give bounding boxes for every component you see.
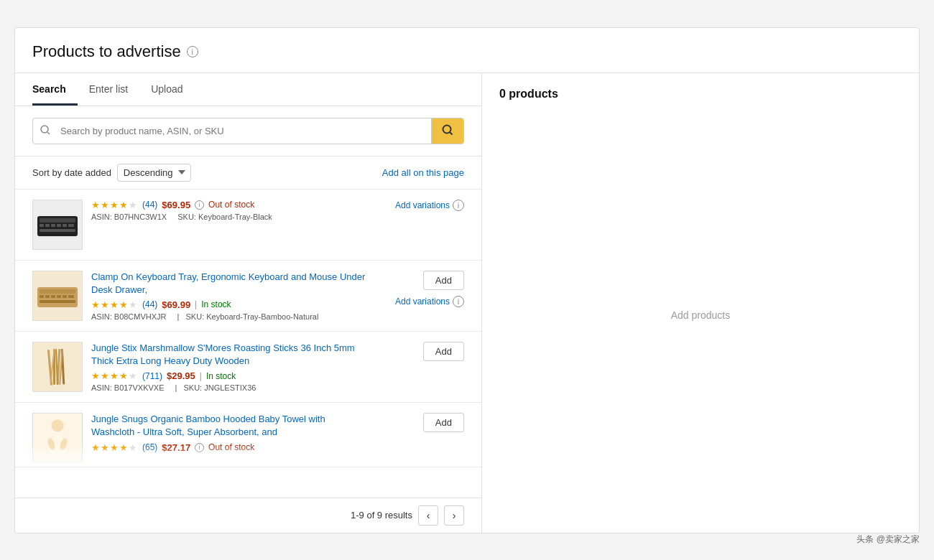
sort-row: Sort by date added Descending Ascending … xyxy=(15,157,481,190)
add-variations-link[interactable]: Add variations i xyxy=(395,296,464,307)
search-input[interactable] xyxy=(57,120,431,142)
stock-info-icon[interactable]: i xyxy=(195,200,204,210)
sku-value: Keyboard-Tray-Bamboo-Natural xyxy=(206,312,318,321)
sku-value: Keyboard-Tray-Black xyxy=(198,213,272,221)
product-meta: ★★★★★ (44) $69.95 i Out of stock xyxy=(91,200,369,210)
asin-value: B017VXKVXE xyxy=(114,383,165,392)
product-list: ★★★★★ (44) $69.95 i Out of stock ASIN: B… xyxy=(15,190,481,498)
star-rating: ★★★★★ xyxy=(91,200,138,210)
add-section: Add xyxy=(378,342,464,361)
main-container: Products to advertise i Search Enter lis… xyxy=(14,27,920,533)
sku-label: SKU: Keyboard-Tray-Black xyxy=(177,213,277,221)
sort-label: Sort by date added xyxy=(32,167,111,178)
add-all-link[interactable]: Add all on this page xyxy=(382,167,464,178)
product-ids: ASIN: B017VXKVXE | SKU: JNGLESTIX36 xyxy=(91,383,369,392)
svg-rect-15 xyxy=(40,295,44,298)
svg-point-2 xyxy=(443,125,451,133)
pagination-prev-button[interactable]: ‹ xyxy=(418,505,438,526)
review-count[interactable]: (44) xyxy=(142,299,157,309)
table-row: Jungle Snugs Organic Bamboo Hooded Baby … xyxy=(15,403,481,467)
add-section: Add variations i xyxy=(378,200,464,211)
asin-label: ASIN: B08CMVHXJR xyxy=(91,312,171,321)
svg-rect-19 xyxy=(63,295,67,298)
star-rating: ★★★★★ xyxy=(91,299,138,310)
add-variations-info-icon[interactable]: i xyxy=(453,200,464,211)
product-name[interactable]: Clamp On Keyboard Tray, Ergonomic Keyboa… xyxy=(91,271,369,297)
watermark: 头条 @卖家之家 xyxy=(856,533,920,546)
stock-status: Out of stock xyxy=(208,200,254,210)
main-layout: Search Enter list Upload xyxy=(15,73,919,533)
tab-enter-list[interactable]: Enter list xyxy=(89,73,139,106)
svg-rect-14 xyxy=(40,289,75,294)
svg-rect-7 xyxy=(45,224,50,227)
search-button[interactable] xyxy=(431,118,463,144)
svg-line-1 xyxy=(47,132,50,134)
add-variations-info-icon[interactable]: i xyxy=(453,296,464,307)
price: $69.95 xyxy=(162,200,190,210)
product-info: Jungle Stix Marshmallow S'Mores Roasting… xyxy=(91,342,369,392)
price: $69.99 xyxy=(162,299,190,310)
sku-value: JNGLESTIX36 xyxy=(204,383,256,392)
table-row: Jungle Stix Marshmallow S'Mores Roasting… xyxy=(15,332,481,403)
stock-status: In stock xyxy=(201,299,231,309)
right-panel-title: 0 products xyxy=(499,88,558,101)
add-button[interactable]: Add xyxy=(423,342,464,361)
svg-rect-6 xyxy=(40,224,44,227)
page-header: Products to advertise i xyxy=(15,28,919,73)
product-info: Clamp On Keyboard Tray, Ergonomic Keyboa… xyxy=(91,271,369,321)
add-products-label: Add products xyxy=(671,309,731,321)
tab-search[interactable]: Search xyxy=(32,73,78,106)
svg-point-29 xyxy=(51,420,63,432)
svg-rect-20 xyxy=(68,295,74,298)
star-rating: ★★★★★ xyxy=(91,370,138,381)
product-name[interactable]: Jungle Stix Marshmallow S'Mores Roasting… xyxy=(91,342,369,368)
product-name[interactable]: Jungle Snugs Organic Bamboo Hooded Baby … xyxy=(91,413,369,439)
product-image xyxy=(32,413,83,463)
price: $27.17 xyxy=(162,442,190,453)
review-count[interactable]: (711) xyxy=(142,371,162,381)
add-variations-label: Add variations xyxy=(395,297,450,307)
tabs-bar: Search Enter list Upload xyxy=(15,73,481,106)
stock-status: Out of stock xyxy=(208,442,254,452)
product-ids: ASIN: B07HNC3W1X SKU: Keyboard-Tray-Blac… xyxy=(91,213,369,221)
page-title: Products to advertise xyxy=(32,42,181,61)
star-rating: ★★★★★ xyxy=(91,442,138,453)
product-meta: ★★★★★ (65) $27.17 i Out of stock xyxy=(91,442,369,453)
product-image xyxy=(32,271,83,321)
right-panel: 0 products Add products xyxy=(482,73,919,533)
pipe-sep: | xyxy=(177,312,180,321)
svg-rect-12 xyxy=(40,229,75,232)
svg-rect-11 xyxy=(68,224,74,227)
stock-status: In stock xyxy=(206,371,236,381)
table-row: Clamp On Keyboard Tray, Ergonomic Keyboa… xyxy=(15,261,481,332)
svg-rect-8 xyxy=(51,224,55,227)
pagination-next-button[interactable]: › xyxy=(444,505,464,526)
add-button[interactable]: Add xyxy=(423,413,464,432)
add-button[interactable]: Add xyxy=(423,271,464,290)
svg-rect-21 xyxy=(40,300,75,303)
stock-info-icon2[interactable]: i xyxy=(195,443,204,452)
review-count[interactable]: (44) xyxy=(142,200,157,210)
search-section xyxy=(15,106,481,157)
product-info: Jungle Snugs Organic Bamboo Hooded Baby … xyxy=(91,413,369,454)
svg-rect-10 xyxy=(63,224,67,227)
page-title-info-icon[interactable]: i xyxy=(187,46,198,57)
pagination: 1-9 of 9 results ‹ › xyxy=(15,498,481,533)
sku-label: SKU: Keyboard-Tray-Bamboo-Natural xyxy=(186,312,323,321)
review-count[interactable]: (65) xyxy=(142,442,157,452)
product-image xyxy=(32,200,83,250)
product-meta: ★★★★★ (44) $69.99 | In stock xyxy=(91,299,369,310)
sort-select[interactable]: Descending Ascending xyxy=(117,164,191,182)
add-variations-link[interactable]: Add variations i xyxy=(395,200,464,211)
pipe-sep: | xyxy=(175,383,180,392)
add-variations-label: Add variations xyxy=(395,200,450,210)
left-panel: Search Enter list Upload xyxy=(15,73,482,533)
search-bar xyxy=(32,118,464,144)
tab-upload[interactable]: Upload xyxy=(151,73,194,106)
product-meta: ★★★★★ (711) $29.95 | In stock xyxy=(91,370,369,381)
svg-rect-9 xyxy=(57,224,61,227)
pagination-label: 1-9 of 9 results xyxy=(351,510,412,521)
sku-label: SKU: JNGLESTIX36 xyxy=(184,383,261,392)
svg-rect-16 xyxy=(45,295,50,298)
product-info: ★★★★★ (44) $69.95 i Out of stock ASIN: B… xyxy=(91,200,369,221)
